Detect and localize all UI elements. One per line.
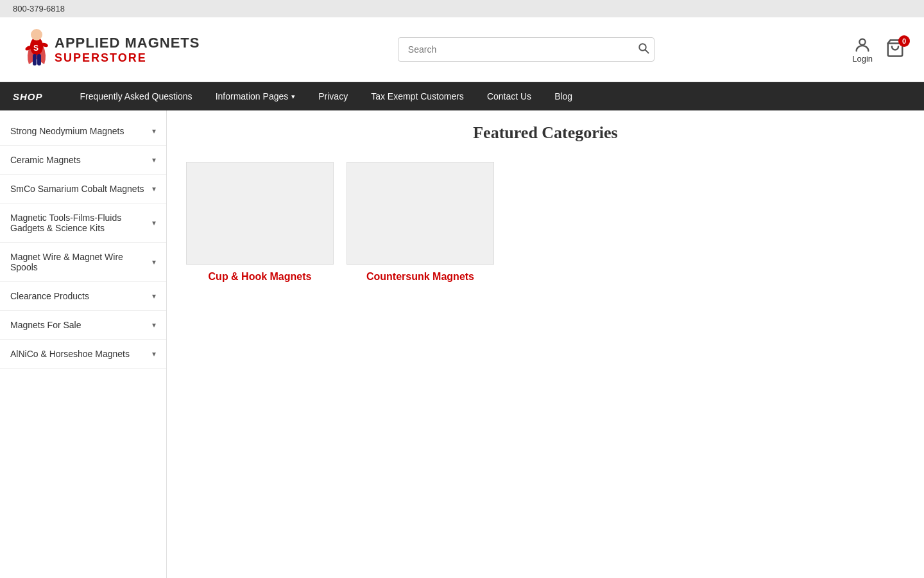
chevron-down-icon: ▾ [152, 349, 156, 358]
nav-shop[interactable]: SHOP [0, 82, 56, 110]
category-image-cup-hook [186, 162, 334, 265]
nav-link-contact[interactable]: Contact Us [475, 82, 543, 110]
search-icon [638, 42, 649, 54]
nav-link-tax-exempt[interactable]: Tax Exempt Customers [359, 82, 475, 110]
chevron-down-icon: ▾ [152, 258, 156, 267]
sidebar-item-magnets-for-sale[interactable]: Magnets For Sale ▾ [0, 311, 166, 340]
category-image-countersunk [346, 162, 494, 265]
logo[interactable]: S APPLIED MAGNETS SUPERSTORE [19, 27, 200, 72]
chevron-down-icon: ▾ [152, 184, 156, 193]
sidebar-item-magnet-wire[interactable]: Magnet Wire & Magnet Wire Spools ▾ [0, 243, 166, 282]
svg-line-8 [645, 49, 648, 53]
chevron-down-icon: ▾ [291, 92, 295, 101]
search-input[interactable] [398, 37, 654, 62]
chevron-down-icon: ▾ [152, 127, 156, 136]
nav-links: Frequently Asked Questions Information P… [69, 82, 585, 110]
sidebar: Strong Neodymium Magnets ▾ Ceramic Magne… [0, 110, 167, 578]
sidebar-item-ceramic[interactable]: Ceramic Magnets ▾ [0, 146, 166, 175]
login-label: Login [852, 54, 873, 64]
category-link-countersunk[interactable]: Countersunk Magnets [366, 271, 474, 282]
chevron-down-icon: ▾ [152, 155, 156, 164]
sidebar-item-smco[interactable]: SmCo Samarium Cobalt Magnets ▾ [0, 175, 166, 204]
chevron-down-icon: ▾ [152, 292, 156, 301]
top-bar: 800-379-6818 [0, 0, 924, 17]
user-icon [853, 36, 871, 54]
chevron-down-icon: ▾ [152, 320, 156, 329]
cart-area[interactable]: 0 [886, 39, 905, 60]
logo-superhero-icon: S [19, 27, 55, 72]
main-layout: Strong Neodymium Magnets ▾ Ceramic Magne… [0, 110, 924, 578]
category-grid: Cup & Hook Magnets Countersunk Magnets [186, 162, 905, 283]
chevron-down-icon: ▾ [152, 218, 156, 227]
svg-rect-3 [37, 54, 41, 66]
nav-link-info[interactable]: Information Pages ▾ [204, 82, 307, 110]
nav-link-faq[interactable]: Frequently Asked Questions [69, 82, 204, 110]
logo-text: APPLIED MAGNETS SUPERSTORE [55, 35, 200, 65]
sidebar-item-clearance[interactable]: Clearance Products ▾ [0, 282, 166, 311]
header: S APPLIED MAGNETS SUPERSTORE Login [0, 17, 924, 82]
svg-rect-2 [33, 54, 37, 66]
category-link-cup-hook[interactable]: Cup & Hook Magnets [209, 271, 312, 282]
login-area[interactable]: Login [852, 36, 873, 64]
search-area [398, 37, 654, 62]
nav-link-blog[interactable]: Blog [543, 82, 584, 110]
main-content: Featured Categories Cup & Hook Magnets C… [167, 110, 924, 578]
phone-number: 800-379-6818 [13, 4, 65, 13]
nav-bar: SHOP Frequently Asked Questions Informat… [0, 82, 924, 110]
featured-title: Featured Categories [186, 123, 905, 143]
sidebar-item-alnico[interactable]: AlNiCo & Horseshoe Magnets ▾ [0, 340, 166, 369]
category-card-cup-hook: Cup & Hook Magnets [186, 162, 334, 283]
search-button[interactable] [638, 42, 649, 57]
category-card-countersunk: Countersunk Magnets [346, 162, 494, 283]
sidebar-item-neodymium[interactable]: Strong Neodymium Magnets ▾ [0, 117, 166, 146]
nav-link-privacy[interactable]: Privacy [307, 82, 359, 110]
svg-text:S: S [33, 44, 38, 53]
cart-badge: 0 [898, 35, 910, 47]
svg-point-9 [859, 39, 865, 44]
header-right: Login 0 [852, 36, 905, 64]
svg-point-1 [31, 29, 42, 40]
sidebar-item-magnetic-tools[interactable]: Magnetic Tools-Films-Fluids Gadgets & Sc… [0, 204, 166, 243]
